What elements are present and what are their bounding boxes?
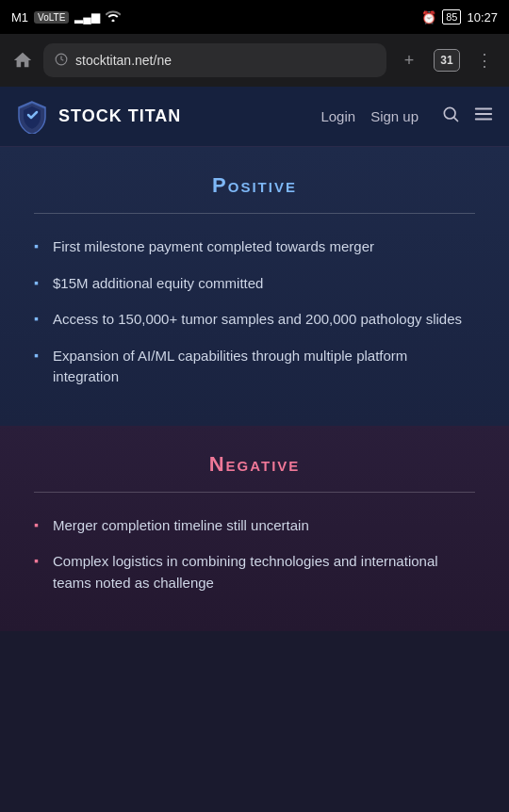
list-item: Complex logistics in combining technolog… [34,551,475,593]
list-item: Access to 150,000+ tumor samples and 200… [34,309,475,331]
clock: 10:27 [467,10,498,24]
list-item: Merger completion timeline still uncerta… [34,515,475,537]
wifi-icon [106,10,121,24]
logo-container: STOCK TITAN [15,100,320,134]
negative-title: Negative [34,452,475,477]
positive-title: Positive [34,173,475,198]
list-item: First milestone payment completed toward… [34,236,475,258]
svg-point-1 [444,107,455,119]
positive-section: Positive First milestone payment complet… [0,147,509,426]
list-item: $15M additional equity committed [34,273,475,295]
positive-list: First milestone payment completed toward… [34,236,475,388]
signal-icon: ▂▄▆ [74,10,100,24]
nav-links: Login Sign up [320,104,494,129]
list-item: Expansion of AI/ML capabilities through … [34,346,475,388]
status-bar: M1 VoLTE ▂▄▆ ⏰ 85 10:27 [0,0,509,34]
signup-link[interactable]: Sign up [370,108,419,124]
nav-icons [441,104,494,129]
carrier-label: M1 [11,10,28,24]
tab-count[interactable]: 31 [434,49,460,72]
alarm-icon: ⏰ [421,10,436,24]
search-icon[interactable] [441,105,460,128]
browser-actions: + 31 ⋮ [394,45,500,75]
status-right: ⏰ 85 10:27 [421,9,498,24]
site-header: STOCK TITAN Login Sign up [0,87,509,147]
battery-percent: 85 [442,9,461,24]
more-options-button[interactable]: ⋮ [469,45,500,75]
main-content: Positive First milestone payment complet… [0,147,509,631]
negative-section: Negative Merger completion timeline stil… [0,426,509,632]
negative-list: Merger completion timeline still uncerta… [34,515,475,594]
url-bar[interactable]: stocktitan.net/ne [43,43,386,77]
battery-indicator: 85 [442,9,461,24]
browser-chrome: stocktitan.net/ne + 31 ⋮ [0,34,509,87]
home-button[interactable] [9,47,36,73]
logo-text: STOCK TITAN [58,106,181,126]
status-left: M1 VoLTE ▂▄▆ [11,10,121,24]
volte-badge: VoLTE [34,11,69,24]
negative-divider [34,492,475,493]
positive-divider [34,213,475,214]
logo-icon [15,100,49,134]
menu-icon[interactable] [473,104,494,129]
url-text: stocktitan.net/ne [75,53,172,68]
url-security-icon [55,53,68,69]
new-tab-button[interactable]: + [394,45,424,75]
login-link[interactable]: Login [320,108,355,124]
